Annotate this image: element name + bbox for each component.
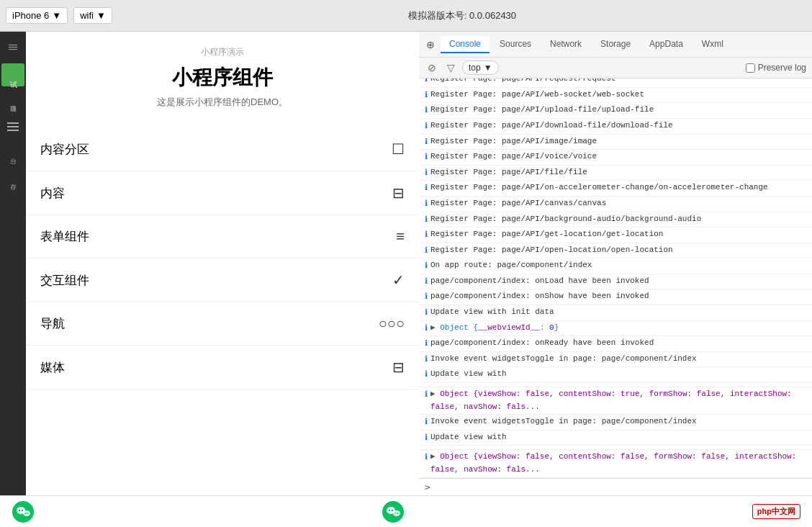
info-icon: ℹ <box>425 78 428 86</box>
console-content: ℹRegister Page: page/API/navigation-bar-… <box>419 78 812 478</box>
php-badge: php中文网 <box>752 504 800 519</box>
top-bar: iPhone 6 ▼ wifi ▼ 模拟器版本号: 0.0.062430 <box>0 0 812 32</box>
info-icon: ℹ <box>425 214 428 227</box>
console-text: ▶ Object {viewShow: false, contentShow: … <box>430 451 806 476</box>
svg-rect-3 <box>7 122 19 124</box>
console-text: Register Page: page/API/get-location/get… <box>430 228 663 241</box>
menu-item-icon: ☐ <box>392 140 405 158</box>
preserve-log-control[interactable]: Preserve log <box>746 63 806 73</box>
phone-content: 小程序演示 小程序组件 这是展示小程序组件的DEMO。 内容分区☐内容⊟表单组件… <box>26 32 419 495</box>
console-text: ▶ Object {__webviewId__: 0} <box>430 322 559 335</box>
menu-item-label: 导航 <box>40 315 65 332</box>
console-line: ℹInvoke event widgetsToggle in page: pag… <box>419 415 812 431</box>
devtools-tabs: ⊕ ConsoleSourcesNetworkStorageAppDataWxm… <box>419 32 812 58</box>
console-input[interactable] <box>435 482 806 492</box>
devtools-cursor-icon[interactable]: ⊕ <box>422 36 439 53</box>
info-icon: ℹ <box>425 416 428 429</box>
console-line: ℹInvoke event widgetsToggle in page: pag… <box>419 352 812 368</box>
svg-point-18 <box>395 513 397 514</box>
filter-icon[interactable]: ▽ <box>443 60 458 75</box>
preserve-log-checkbox[interactable] <box>746 63 755 73</box>
filter-dropdown-icon: ▼ <box>484 63 492 73</box>
console-line: ℹRegister Page: page/API/web-socket/web-… <box>419 88 812 104</box>
main-layout: 试 项目 台 存 小程序演示 小程序组件 这是展示小程序组件的DEMO。 内容分… <box>0 32 812 495</box>
info-icon: ℹ <box>425 245 428 258</box>
console-text: Invoke event widgetsToggle in page: page… <box>430 353 697 366</box>
svg-point-12 <box>27 513 29 514</box>
console-line: ℹRegister Page: page/API/file/file <box>419 166 812 181</box>
svg-rect-4 <box>7 126 19 127</box>
device-label: iPhone 6 <box>12 10 49 21</box>
console-line: ℹRegister Page: page/API/get-location/ge… <box>419 228 812 243</box>
menu-item-label: 交互组件 <box>40 272 89 289</box>
phone-desc: 这是展示小程序组件的DEMO。 <box>37 96 407 109</box>
bottom-bar: php中文网 <box>0 495 812 527</box>
info-icon: ℹ <box>425 276 428 289</box>
console-text: Register Page: page/API/request/request <box>430 78 615 86</box>
sidebar-icon-files[interactable] <box>1 37 24 60</box>
sidebar-icon-save[interactable]: 存 <box>1 167 24 190</box>
console-text: Update view with <box>430 431 507 444</box>
console-text: On app route: page/component/index <box>430 259 592 272</box>
clear-console-button[interactable]: ⊘ <box>425 60 439 75</box>
menu-item[interactable]: 内容分区☐ <box>26 127 419 171</box>
console-text: Register Page: page/API/canvas/canvas <box>430 197 606 210</box>
info-icon: ℹ <box>425 451 428 464</box>
devtools-tab-appdata[interactable]: AppData <box>641 36 692 53</box>
info-icon: ℹ <box>425 323 428 335</box>
device-selector[interactable]: iPhone 6 ▼ <box>6 7 68 24</box>
filter-label: top <box>469 63 481 73</box>
console-text: Register Page: page/API/on-accelerometer… <box>430 181 768 194</box>
info-icon: ℹ <box>425 229 428 242</box>
sidebar-icon-terminal[interactable]: 台 <box>1 141 24 164</box>
console-input-line: > <box>419 478 812 495</box>
wifi-label: wifi <box>80 10 94 21</box>
console-filter[interactable]: top ▼ <box>462 60 499 75</box>
menu-item[interactable]: 表单组件≡ <box>26 215 419 258</box>
console-text: Invoke event widgetsToggle in page: page… <box>430 415 697 428</box>
console-text: Register Page: page/API/upload-file/uplo… <box>430 104 654 117</box>
sidebar-icon-edit[interactable]: 试 <box>1 63 24 86</box>
devtools-tab-console[interactable]: Console <box>441 36 490 53</box>
menu-item[interactable]: 内容⊟ <box>26 171 419 215</box>
console-text: ▶ Object {viewShow: false, contentShow: … <box>430 388 806 413</box>
console-toolbar: ⊘ ▽ top ▼ Preserve log <box>419 58 812 78</box>
console-text: page/component/index: onShow have been i… <box>430 290 649 303</box>
console-line: ℹRegister Page: page/API/voice/voice <box>419 150 812 166</box>
svg-point-11 <box>25 513 27 514</box>
menu-item[interactable]: 导航○○○ <box>26 302 419 346</box>
info-icon: ℹ <box>425 120 428 133</box>
info-icon: ℹ <box>425 89 428 102</box>
info-icon: ℹ <box>425 338 428 351</box>
svg-point-19 <box>397 513 399 514</box>
menu-item[interactable]: 媒体⊟ <box>26 346 419 389</box>
sidebar-icon-menu[interactable] <box>1 115 24 138</box>
console-text: Register Page: page/API/image/image <box>430 135 597 148</box>
left-sidebar: 试 项目 台 存 <box>0 32 26 495</box>
info-icon: ℹ <box>425 182 428 195</box>
console-text: Update view with init data <box>430 306 554 319</box>
devtools-tab-wxml[interactable]: Wxml <box>693 36 732 53</box>
info-icon: ℹ <box>425 136 428 149</box>
wifi-selector[interactable]: wifi ▼ <box>73 7 112 24</box>
console-line: ℹ▶ Object {viewShow: false, contentShow:… <box>419 450 812 477</box>
sidebar-icon-project[interactable]: 项目 <box>1 89 24 112</box>
console-line: ℹRegister Page: page/API/background-audi… <box>419 212 812 228</box>
info-icon: ℹ <box>425 389 428 402</box>
info-icon: ℹ <box>425 167 428 180</box>
console-text: Update view with <box>430 368 507 381</box>
edit-icon-label: 试 <box>8 75 18 76</box>
console-line: ℹUpdate view with <box>419 367 812 383</box>
devtools-tab-sources[interactable]: Sources <box>491 36 540 53</box>
svg-rect-1 <box>9 47 17 48</box>
svg-point-17 <box>393 510 400 516</box>
devtools-tab-network[interactable]: Network <box>541 36 590 53</box>
menu-item-icon: ○○○ <box>379 315 405 332</box>
menu-item[interactable]: 交互组件✓ <box>26 258 419 302</box>
devtools-tab-storage[interactable]: Storage <box>592 36 639 53</box>
phone-title: 小程序组件 <box>37 64 407 91</box>
info-icon: ℹ <box>425 369 428 382</box>
phone-subtitle: 小程序演示 <box>37 46 407 58</box>
console-line: ℹRegister Page: page/API/on-acceleromete… <box>419 181 812 197</box>
devtools-panel: ⊕ ConsoleSourcesNetworkStorageAppDataWxm… <box>419 32 812 495</box>
